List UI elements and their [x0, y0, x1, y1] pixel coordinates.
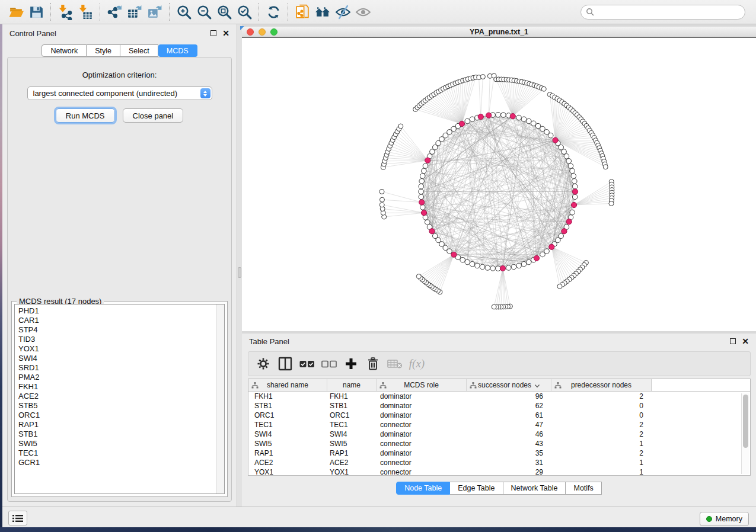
export-image-icon[interactable]: [145, 2, 165, 22]
table-type-tab[interactable]: Network Table: [503, 482, 566, 495]
mcds-result-node[interactable]: TID3: [18, 335, 224, 344]
zoom-in-icon[interactable]: [174, 2, 194, 22]
optimization-criterion-label: Optimization criterion:: [8, 70, 231, 79]
export-network-icon[interactable]: [104, 2, 125, 22]
table-row[interactable]: TEC1 TEC1 connector 47 2: [248, 420, 750, 430]
column-header[interactable]: name: [327, 379, 377, 391]
mcds-result-node[interactable]: RAP1: [18, 420, 224, 430]
table-settings-gear-icon[interactable]: [254, 355, 272, 373]
float-table-panel-icon[interactable]: [730, 338, 736, 344]
table-scrollbar-thumb[interactable]: [743, 395, 748, 448]
maximize-window-icon[interactable]: [270, 28, 277, 36]
table-type-tab[interactable]: Node Table: [396, 482, 450, 495]
zoom-selected-icon[interactable]: [234, 2, 254, 22]
hide-details-eye-icon[interactable]: [333, 2, 353, 22]
frame-focus-marker: [240, 26, 244, 30]
table-row[interactable]: SWI5 SWI5 connector 43 1: [248, 439, 750, 448]
delete-table-icon[interactable]: [386, 355, 404, 373]
dropdown-stepper-icon: [200, 88, 210, 98]
memory-button[interactable]: Memory: [700, 512, 749, 526]
search-input[interactable]: [580, 5, 745, 20]
mcds-result-node[interactable]: CAR1: [18, 316, 224, 325]
mcds-list-scrollbar[interactable]: [216, 305, 224, 493]
mcds-result-node[interactable]: ACE2: [18, 392, 224, 401]
control-panel: Control Panel ✕ Network Style Select MCD…: [2, 24, 237, 507]
table-row[interactable]: FKH1 FKH1 dominator 96 2: [248, 392, 750, 401]
column-header[interactable]: predecessor nodes: [551, 379, 652, 391]
mcds-result-node[interactable]: STB5: [18, 401, 224, 411]
table-type-tab[interactable]: Motifs: [566, 482, 601, 495]
mcds-result-node[interactable]: TEC1: [18, 448, 224, 458]
mcds-result-list[interactable]: PHD1 CAR1 STP4 TID3 YOX1 SWI4 SRD1 PMA2: [14, 304, 225, 494]
mcds-result-node[interactable]: SWI5: [18, 439, 224, 448]
table-type-tab[interactable]: Edge Table: [450, 482, 503, 495]
table-scrollbar[interactable]: [741, 393, 749, 474]
table-row[interactable]: STB1 STB1 dominator 62 0: [248, 401, 750, 411]
table-row[interactable]: SWI4 SWI4 dominator 46 2: [248, 430, 750, 439]
search-container: [580, 5, 745, 20]
delete-column-trash-icon[interactable]: [364, 355, 382, 373]
mcds-result-node[interactable]: STB1: [18, 430, 224, 439]
minimize-window-icon[interactable]: [259, 28, 266, 36]
mcds-result-node[interactable]: PMA2: [18, 373, 224, 382]
table-row[interactable]: RAP1 RAP1 dominator 35 2: [248, 448, 750, 458]
mcds-result-node[interactable]: YOX1: [18, 344, 224, 354]
splitter-grip[interactable]: [238, 267, 241, 278]
panel-splitter[interactable]: [237, 24, 242, 507]
show-column-panel-icon[interactable]: [276, 355, 294, 373]
control-panel-tab[interactable]: Style: [87, 44, 120, 57]
control-panel-tab[interactable]: MCDS: [158, 44, 197, 57]
show-details-eye-icon[interactable]: [353, 2, 373, 22]
close-panel-button[interactable]: Close panel: [123, 108, 184, 123]
mcds-result-node[interactable]: SWI4: [18, 354, 224, 363]
import-table-icon[interactable]: [75, 2, 95, 22]
unselect-all-columns-icon[interactable]: [320, 355, 338, 373]
toolbar-separator: [50, 3, 51, 21]
function-builder-icon[interactable]: f(x): [408, 355, 426, 373]
run-mcds-button[interactable]: Run MCDS: [56, 108, 115, 123]
mcds-result-node[interactable]: STP4: [18, 325, 224, 335]
network-view-window: YPA_prune.txt_1: [242, 27, 756, 332]
criterion-dropdown[interactable]: largest connected component (undirected): [27, 86, 212, 100]
network-window-titlebar[interactable]: YPA_prune.txt_1: [242, 27, 756, 37]
close-window-icon[interactable]: [247, 28, 254, 36]
zoom-fit-icon[interactable]: [214, 2, 234, 22]
save-icon[interactable]: [26, 2, 46, 22]
select-all-columns-icon[interactable]: [298, 355, 316, 373]
mcds-result-node[interactable]: ORC1: [18, 411, 224, 420]
table-row[interactable]: YOX1 YOX1 connector 29 1: [248, 467, 750, 476]
hierarchy-icon: [470, 382, 477, 390]
create-column-plus-icon[interactable]: [342, 355, 360, 373]
table-row[interactable]: ACE2 ACE2 connector 31 1: [248, 458, 750, 467]
column-header[interactable]: successor nodes: [467, 379, 551, 391]
refresh-icon[interactable]: [263, 2, 283, 22]
network-window-title: YPA_prune.txt_1: [470, 28, 528, 36]
control-panel-title: Control Panel: [9, 29, 56, 38]
table-type-tabs: Node Table Edge Table Network Table Moti…: [242, 482, 756, 495]
export-table-icon[interactable]: [125, 2, 145, 22]
mcds-result-node[interactable]: SRD1: [18, 363, 224, 373]
table-toolbar: f(x): [248, 351, 751, 376]
table-panel: Table Panel ✕: [242, 334, 756, 507]
network-graph-svg[interactable]: [242, 38, 756, 331]
close-table-panel-icon[interactable]: ✕: [742, 338, 749, 344]
mcds-result-node[interactable]: PHD1: [18, 306, 224, 316]
column-header[interactable]: shared name: [248, 379, 327, 391]
share-document-icon[interactable]: [292, 2, 312, 22]
float-panel-icon[interactable]: [210, 30, 216, 36]
status-bar: Memory: [2, 507, 756, 527]
mcds-result-node[interactable]: GCR1: [18, 458, 224, 467]
mcds-result-node[interactable]: FKH1: [18, 382, 224, 392]
network-canvas[interactable]: [242, 37, 756, 331]
close-panel-icon[interactable]: ✕: [222, 30, 229, 36]
zoom-out-icon[interactable]: [194, 2, 214, 22]
task-history-button[interactable]: [8, 511, 27, 525]
control-panel-tab[interactable]: Select: [120, 44, 158, 57]
table-row[interactable]: ORC1 ORC1 dominator 61 0: [248, 411, 750, 420]
control-panel-tab[interactable]: Network: [42, 44, 87, 57]
column-header[interactable]: MCDS role: [377, 379, 467, 391]
open-folder-icon[interactable]: [6, 2, 26, 22]
network-home-icon[interactable]: [312, 2, 333, 22]
import-network-icon[interactable]: [55, 2, 75, 22]
sort-descending-icon: [535, 381, 540, 389]
